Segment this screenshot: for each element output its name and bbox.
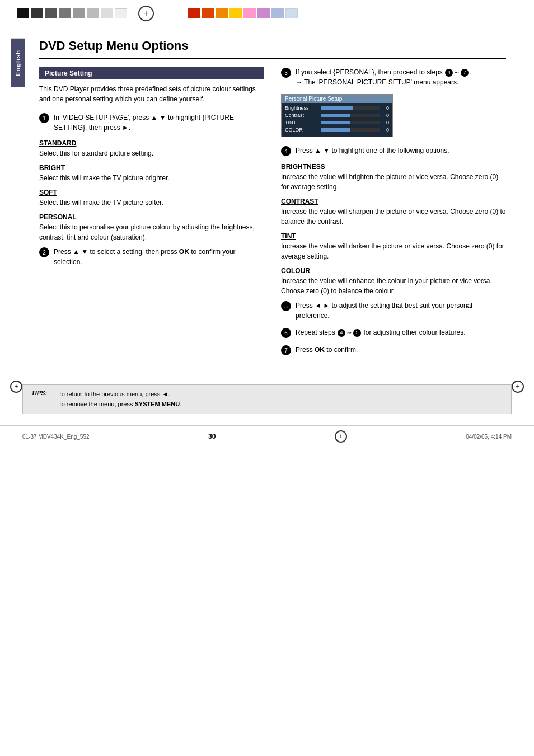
- right-column: 3 If you select {PERSONAL}, then proceed…: [281, 67, 506, 362]
- option-standard-desc: Select this for standard picture setting…: [39, 148, 264, 158]
- left-column: Picture Setting This DVD Player provides…: [39, 67, 264, 362]
- tips-content: To return to the previous menu, press ◄.…: [58, 389, 181, 409]
- color-block-3: [45, 8, 57, 18]
- step-6: 6 Repeat steps 4～5 for adjusting other c…: [281, 327, 506, 338]
- two-column-layout: Picture Setting This DVD Player provides…: [39, 67, 506, 362]
- crosshair-icon-top-left: [138, 6, 154, 21]
- pps-row-brightness: Brightness 0: [285, 105, 389, 111]
- color-block-r1: [188, 8, 200, 18]
- step-5-content: Press ◄ ► to adjust the setting that bes…: [296, 300, 506, 321]
- pps-brightness-val: 0: [382, 105, 389, 111]
- top-bar: [0, 0, 534, 27]
- crosshair-icon-right: +: [512, 381, 524, 393]
- tips-line1: To return to the previous menu, press ◄.: [58, 389, 181, 400]
- pps-brightness-label: Brightness: [285, 105, 318, 111]
- crosshair-icon-left: +: [10, 381, 22, 393]
- color-block-7: [101, 8, 113, 18]
- ref-circle-5b: 5: [353, 329, 361, 337]
- option-personal: PERSONAL Select this to personalise your…: [39, 213, 264, 242]
- step-4-number: 4: [281, 146, 291, 156]
- pps-color-label: COLOR: [285, 127, 318, 133]
- pps-tint-val: 0: [382, 120, 389, 125]
- ref-circle-4b: 4: [338, 329, 345, 337]
- color-block-5: [73, 8, 85, 18]
- content-area: DVD Setup Menu Options Picture Setting T…: [28, 27, 512, 373]
- option-soft-name: SOFT: [39, 189, 264, 196]
- pps-tint-bar: [321, 121, 380, 124]
- sub-option-contrast-desc: Increase the value will sharpen the pict…: [281, 206, 506, 227]
- step-3-number: 3: [281, 68, 291, 78]
- pps-brightness-bar: [321, 106, 380, 110]
- bottom-bar: 01-37 MDV434K_Eng_552 30 + 04/02/05, 4:1…: [0, 425, 534, 447]
- pps-row-contrast: Contrast 0: [285, 112, 389, 118]
- pps-row-color: COLOR 0: [285, 127, 389, 133]
- color-strip-left: [17, 8, 127, 18]
- footer-center: 30: [208, 433, 216, 440]
- color-block-r3: [216, 8, 228, 18]
- pps-tint-label: TINT: [285, 120, 318, 125]
- language-label: English: [11, 39, 25, 87]
- step-6-content: Repeat steps 4～5 for adjusting other col…: [296, 327, 506, 337]
- option-soft: SOFT Select this will make the TV pictur…: [39, 189, 264, 208]
- sub-option-colour-name: COLOUR: [281, 267, 506, 275]
- option-standard-name: STANDARD: [39, 139, 264, 147]
- pps-contrast-bar: [321, 114, 380, 117]
- sub-option-brightness-name: BRIGHTNESS: [281, 163, 506, 171]
- main-wrapper: English DVD Setup Menu Options Picture S…: [0, 27, 534, 373]
- page-title: DVD Setup Menu Options: [39, 39, 506, 59]
- pps-content: Brightness 0 Contrast 0: [282, 103, 392, 137]
- color-block-r2: [202, 8, 214, 18]
- color-block-8: [115, 8, 127, 18]
- ref-circle-4: 4: [445, 69, 453, 77]
- step-2-number: 2: [39, 247, 49, 257]
- pps-contrast-val: 0: [382, 112, 389, 118]
- tips-line2: To remove the menu, press SYSTEM MENU.: [58, 400, 181, 410]
- step-6-number: 6: [281, 328, 291, 338]
- sub-option-brightness-desc: Increase the value will brighten the pic…: [281, 172, 506, 192]
- step-3: 3 If you select {PERSONAL}, then proceed…: [281, 67, 506, 87]
- picture-setting-header: Picture Setting: [39, 67, 264, 79]
- option-standard: STANDARD Select this for standard pictur…: [39, 139, 264, 158]
- color-block-2: [31, 8, 43, 18]
- side-tab: English: [11, 27, 28, 373]
- step-7-content: Press OK to confirm.: [296, 345, 506, 355]
- pps-color-fill: [321, 128, 350, 132]
- color-block-r7: [271, 8, 284, 18]
- ref-circle-7: 7: [461, 69, 469, 77]
- color-block-1: [17, 8, 29, 18]
- sub-option-tint-name: TINT: [281, 232, 506, 240]
- color-block-r8: [285, 8, 298, 18]
- option-bright-desc: Select this will make the TV picture bri…: [39, 173, 264, 183]
- pps-contrast-label: Contrast: [285, 112, 318, 118]
- pps-color-bar: [321, 128, 380, 132]
- option-bright: BRIGHT Select this will make the TV pict…: [39, 164, 264, 183]
- step-7-number: 7: [281, 345, 291, 355]
- step-4-content: Press ▲ ▼ to highlight one of the follow…: [296, 145, 506, 156]
- pps-row-tint: TINT 0: [285, 120, 389, 125]
- color-strip-right: [188, 8, 298, 18]
- pps-contrast-fill: [321, 114, 350, 117]
- sub-option-colour-desc: Increase the value will enhance the colo…: [281, 276, 506, 296]
- picture-setting-intro: This DVD Player provides three predefine…: [39, 84, 264, 104]
- color-block-r4: [229, 8, 242, 18]
- pps-tint-fill: [321, 121, 350, 124]
- sub-option-colour: COLOUR Increase the value will enhance t…: [281, 267, 506, 296]
- option-bright-name: BRIGHT: [39, 164, 264, 172]
- step-5-number: 5: [281, 301, 291, 311]
- tips-label: TIPS:: [31, 389, 47, 409]
- footer-left: 01-37 MDV434K_Eng_552: [22, 434, 90, 440]
- step-1: 1 In 'VIDEO SETUP PAGE', press ▲ ▼ to hi…: [39, 112, 264, 133]
- step-2-content: Press ▲ ▼ to select a setting, then pres…: [54, 247, 264, 267]
- step-5: 5 Press ◄ ► to adjust the setting that b…: [281, 300, 506, 321]
- pps-box: Personal Picture Setup Brightness 0 Cont…: [281, 94, 393, 137]
- sub-option-contrast-name: CONTRAST: [281, 198, 506, 205]
- option-personal-desc: Select this to personalise your picture …: [39, 222, 264, 242]
- sub-option-tint: TINT Increase the value will darken the …: [281, 232, 506, 261]
- sub-option-brightness: BRIGHTNESS Increase the value will brigh…: [281, 163, 506, 192]
- step-7: 7 Press OK to confirm.: [281, 345, 506, 355]
- sub-option-contrast: CONTRAST Increase the value will sharpen…: [281, 198, 506, 227]
- color-block-6: [87, 8, 99, 18]
- option-soft-desc: Select this will make the TV picture sof…: [39, 198, 264, 208]
- step-3-content: If you select {PERSONAL}, then proceed t…: [296, 67, 506, 87]
- option-personal-name: PERSONAL: [39, 213, 264, 221]
